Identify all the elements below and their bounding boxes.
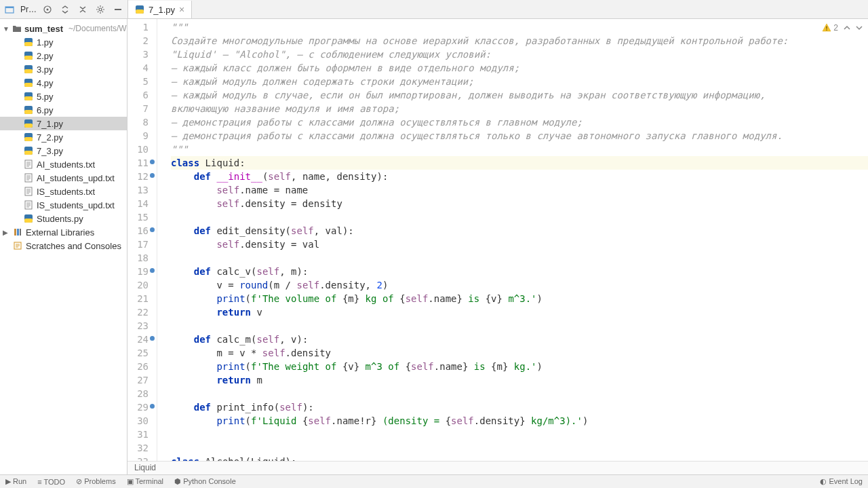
run-tool[interactable]: ▶ Run — [5, 477, 26, 486]
hide-icon[interactable] — [111, 3, 125, 16]
event-log-tool[interactable]: ◐ Event Log — [820, 477, 863, 486]
code-line[interactable]: def edit_density(self, val): — [171, 224, 868, 238]
project-icon[interactable] — [3, 3, 16, 16]
gutter-marker-icon[interactable] — [149, 159, 155, 165]
line-number[interactable]: 16 — [127, 224, 157, 238]
code-line[interactable]: def calc_v(self, m): — [171, 265, 868, 278]
breadcrumb-item[interactable]: Liquid — [134, 463, 156, 472]
code-line[interactable]: self.name = name — [171, 183, 868, 197]
tree-file[interactable]: IS_students_upd.txt — [0, 198, 127, 212]
tree-file[interactable]: 6.py — [0, 103, 127, 117]
todo-tool[interactable]: ≡ TODO — [37, 478, 65, 486]
code-line[interactable]: return m — [171, 373, 868, 387]
line-number[interactable]: 2 — [127, 34, 157, 48]
tab-7_1[interactable]: 7_1.py × — [128, 1, 192, 18]
line-number[interactable]: 3 — [127, 48, 157, 61]
code-line[interactable] — [171, 210, 868, 224]
tree-file[interactable]: 7_2.py — [0, 130, 127, 144]
code-line[interactable]: def __init__(self, name, density): — [171, 170, 868, 183]
gear-icon[interactable] — [94, 3, 107, 16]
code-line[interactable]: – каждый модуль в случае, если он был им… — [171, 88, 868, 102]
line-number[interactable]: 1 — [127, 20, 157, 34]
line-number[interactable]: 17 — [127, 238, 157, 251]
tree-file[interactable]: 7_1.py — [0, 117, 127, 130]
line-number[interactable]: 22 — [127, 305, 157, 319]
gutter-fold[interactable] — [157, 19, 167, 461]
line-number[interactable]: 29 — [127, 400, 157, 414]
tree-root[interactable]: ▼ sum_test ~/Documents/W — [0, 22, 127, 35]
gutter-marker-icon[interactable] — [149, 335, 155, 341]
close-icon[interactable]: × — [179, 4, 184, 15]
tree-file[interactable]: 3.py — [0, 62, 127, 76]
target-icon[interactable] — [41, 3, 54, 16]
line-number[interactable]: 8 — [127, 115, 157, 129]
line-number[interactable]: 11 — [127, 156, 157, 170]
code-line[interactable]: v = round(m / self.density, 2) — [171, 278, 868, 292]
gutter-marker-icon[interactable] — [149, 403, 155, 409]
line-number[interactable]: 32 — [127, 441, 157, 455]
code-line[interactable]: Создайте многомодульные программы на осн… — [171, 34, 868, 48]
line-number[interactable]: 5 — [127, 75, 157, 88]
line-number[interactable]: 6 — [127, 88, 157, 102]
code-line[interactable] — [171, 319, 868, 333]
editor-body[interactable]: 1234567891011121314151617181920212223242… — [127, 19, 868, 461]
code-line[interactable]: self.density = density — [171, 197, 868, 210]
breadcrumb[interactable]: Liquid — [127, 461, 868, 474]
warnings-badge[interactable]: 2 — [822, 23, 838, 33]
code-area[interactable]: """Создайте многомодульные программы на … — [167, 19, 868, 461]
tree-file[interactable]: Students.py — [0, 212, 127, 225]
line-number[interactable]: 24 — [127, 333, 157, 346]
tree-file[interactable]: 7_3.py — [0, 144, 127, 157]
project-label[interactable]: Pr… — [20, 5, 37, 14]
line-number[interactable]: 12 — [127, 170, 157, 183]
tree-file[interactable]: 4.py — [0, 76, 127, 90]
line-number[interactable]: 10 — [127, 143, 157, 156]
tree-file[interactable]: 2.py — [0, 49, 127, 62]
code-line[interactable]: """ — [171, 143, 868, 156]
project-tree[interactable]: ▼ sum_test ~/Documents/W 1.py 2.py 3.py … — [0, 19, 127, 474]
code-line[interactable]: def print_info(self): — [171, 400, 868, 414]
gutter-marker-icon[interactable] — [149, 172, 155, 179]
line-number[interactable]: 23 — [127, 319, 157, 333]
tree-file[interactable]: 5.py — [0, 90, 127, 103]
code-line[interactable]: print(f'The weight of {v} m^3 of {self.n… — [171, 360, 868, 373]
code-line[interactable] — [171, 428, 868, 441]
code-line[interactable] — [171, 441, 868, 455]
gutter-marker-icon[interactable] — [149, 227, 155, 233]
code-line[interactable]: print(f'Liquid {self.name!r} (density = … — [171, 414, 868, 428]
code-line[interactable]: – каждый модуль должен содержать строки … — [171, 75, 868, 88]
code-line[interactable]: – каждый класс должен быть оформлен в ви… — [171, 61, 868, 75]
problems-tool[interactable]: ⊘ Problems — [76, 477, 116, 486]
chevron-right-icon[interactable]: ▶ — [3, 229, 9, 236]
code-line[interactable] — [171, 387, 868, 400]
tree-file[interactable]: AI_students_upd.txt — [0, 171, 127, 185]
line-number[interactable]: 26 — [127, 360, 157, 373]
terminal-tool[interactable]: ▣ Terminal — [127, 477, 163, 486]
line-number[interactable]: 13 — [127, 183, 157, 197]
line-number[interactable]: 9 — [127, 129, 157, 143]
line-number[interactable]: 33 — [127, 455, 157, 461]
line-number[interactable]: 30 — [127, 414, 157, 428]
line-number[interactable]: 20 — [127, 278, 157, 292]
line-number[interactable]: 14 — [127, 197, 157, 210]
collapse-icon[interactable] — [76, 3, 90, 16]
gutter[interactable]: 1234567891011121314151617181920212223242… — [127, 19, 157, 461]
chevron-down-icon[interactable]: ▼ — [3, 25, 9, 33]
code-line[interactable]: "Liquid' – "Alcohol", – с соблюдением сл… — [171, 48, 868, 61]
code-line[interactable]: print(f'The volume of {m} kg of {self.na… — [171, 292, 868, 305]
code-line[interactable] — [171, 251, 868, 265]
python-console-tool[interactable]: ⬢ Python Console — [174, 477, 236, 486]
line-number[interactable]: 31 — [127, 428, 157, 441]
tree-file[interactable]: AI_students.txt — [0, 157, 127, 171]
inspections-panel[interactable]: 2 — [822, 23, 863, 33]
inspection-down-icon[interactable] — [856, 24, 863, 31]
line-number[interactable]: 25 — [127, 346, 157, 360]
code-line[interactable]: self.density = val — [171, 238, 868, 251]
line-number[interactable]: 4 — [127, 61, 157, 75]
line-number[interactable]: 27 — [127, 373, 157, 387]
tree-scratches[interactable]: Scratches and Consoles — [0, 239, 127, 252]
code-line[interactable]: def calc_m(self, v): — [171, 333, 868, 346]
code-line[interactable]: включающую название модуля и имя автора; — [171, 102, 868, 115]
tree-external-libraries[interactable]: ▶ External Libraries — [0, 225, 127, 239]
code-line[interactable]: class Liquid: — [171, 156, 868, 170]
